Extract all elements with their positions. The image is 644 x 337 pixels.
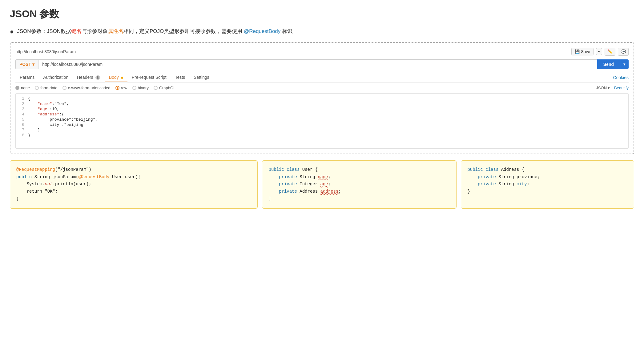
- radio-none: [15, 86, 19, 90]
- code-line-sys: System.out.println(user);: [16, 181, 251, 188]
- send-dropdown-button[interactable]: ▾: [620, 59, 629, 69]
- code-line-5: 5 "province":"beijing",: [16, 117, 628, 122]
- code-editor[interactable]: 1 { 2 "name":"Tom", 3 "age":10, 4 "addre…: [15, 93, 629, 149]
- comment-icon-button[interactable]: 💬: [618, 48, 629, 56]
- headers-badge: 8: [95, 75, 100, 80]
- address-class-code-box: public class Address { private String pr…: [461, 160, 634, 209]
- body-options: none form-data x-www-form-urlencoded raw…: [15, 86, 629, 90]
- edit-icon-button[interactable]: ✏️: [605, 48, 615, 56]
- url-input[interactable]: [38, 59, 597, 69]
- url-bar: http://localhost:8080/jsonParam 💾 Save ▾…: [15, 48, 629, 56]
- tab-settings[interactable]: Settings: [189, 73, 214, 82]
- code-line-6: 6 "city":"beijing": [16, 122, 628, 127]
- code-line-4: 4 "address":{: [16, 112, 628, 117]
- option-raw[interactable]: raw: [115, 86, 127, 90]
- bullet-description: ● JSON参数：JSON数据键名与形参对象属性名相同，定义POJO类型形参即可…: [10, 27, 634, 37]
- tab-body[interactable]: Body: [105, 73, 127, 82]
- code-line-8: 8 }: [16, 133, 628, 138]
- code-line-2: 2 "name":"Tom",: [16, 101, 628, 106]
- option-urlencoded[interactable]: x-www-form-urlencoded: [62, 86, 111, 90]
- radio-binary: [132, 86, 136, 90]
- code-line-7: 7 }: [16, 127, 628, 133]
- request-tabs: Params Authorization Headers 8 Body Pre-…: [15, 73, 629, 82]
- request-row: POST ▾ Send ▾: [15, 59, 629, 69]
- bullet-dot: ●: [10, 27, 14, 37]
- code-line-return: return "OK";: [16, 188, 251, 195]
- body-right-options: JSON ▾ Beautify: [596, 86, 629, 90]
- code-line-1: 1 {: [16, 96, 628, 101]
- tab-pre-request[interactable]: Pre-request Script: [127, 73, 171, 82]
- option-none[interactable]: none: [15, 86, 30, 90]
- tab-authorization[interactable]: Authorization: [39, 73, 73, 82]
- beautify-button[interactable]: Beautify: [614, 86, 629, 90]
- bullet-text: JSON参数：JSON数据键名与形参对象属性名相同，定义POJO类型形参即可接收…: [17, 27, 634, 35]
- option-binary[interactable]: binary: [132, 86, 149, 90]
- send-button[interactable]: Send: [597, 59, 620, 69]
- option-form-data[interactable]: form-data: [35, 86, 58, 90]
- tab-tests[interactable]: Tests: [171, 73, 190, 82]
- tab-headers[interactable]: Headers 8: [73, 73, 105, 82]
- code-line-method: public String jsonParam(@RequestBody Use…: [16, 174, 251, 181]
- user-class-code-box: public class User { private String name;…: [262, 160, 457, 209]
- url-actions: 💾 Save ▾ ✏️ 💬: [571, 48, 629, 56]
- code-line-3: 3 "age":10,: [16, 106, 628, 112]
- body-active-dot: [121, 77, 123, 79]
- url-display: http://localhost:8080/jsonParam: [15, 49, 76, 54]
- postman-panel: http://localhost:8080/jsonParam 💾 Save ▾…: [10, 42, 634, 154]
- save-icon: 💾: [575, 49, 580, 54]
- tab-params[interactable]: Params: [15, 73, 39, 82]
- radio-graphql: [154, 86, 158, 90]
- save-dropdown-button[interactable]: ▾: [596, 48, 602, 55]
- bottom-code-row: @RequestMapping("/jsonParam") public Str…: [10, 160, 634, 209]
- option-graphql[interactable]: GraphQL: [154, 86, 175, 90]
- radio-urlencoded: [62, 86, 66, 90]
- radio-raw: [115, 86, 119, 90]
- code-line-close: }: [16, 195, 251, 203]
- cookies-link[interactable]: Cookies: [613, 75, 629, 80]
- save-button[interactable]: 💾 Save: [571, 48, 594, 55]
- controller-code-box: @RequestMapping("/jsonParam") public Str…: [10, 160, 258, 209]
- code-line-annotation1: @RequestMapping("/jsonParam"): [16, 166, 251, 174]
- method-select[interactable]: POST ▾: [15, 59, 38, 69]
- method-chevron-icon: ▾: [32, 62, 34, 67]
- radio-form-data: [35, 86, 39, 90]
- format-chevron-icon: ▾: [608, 86, 610, 90]
- format-select[interactable]: JSON ▾: [596, 86, 610, 90]
- page-title: JSON 参数: [10, 7, 634, 21]
